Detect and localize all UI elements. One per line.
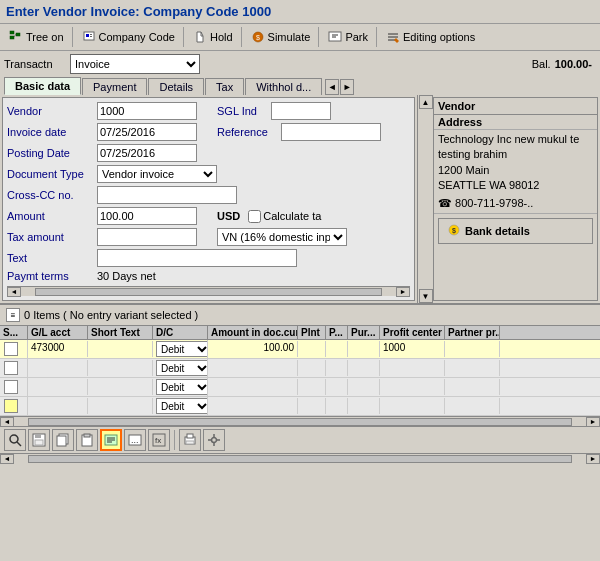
cross-cc-input[interactable] [97, 186, 237, 204]
park-button[interactable]: Park [323, 28, 372, 46]
tab-prev-button[interactable]: ◄ [325, 79, 339, 95]
row3-checkbox[interactable] [4, 380, 18, 394]
doc-type-label: Document Type [7, 168, 97, 180]
row1-partner [445, 341, 500, 357]
balance-label: Bal. [532, 58, 551, 70]
content-area: Vendor SGL Ind Invoice date Reference Po… [0, 95, 600, 303]
row3-gl-acct [28, 379, 88, 395]
search-button[interactable] [4, 429, 26, 451]
row4-pur [348, 398, 380, 414]
reference-label: Reference [217, 126, 277, 138]
table-scroll-right[interactable]: ► [586, 417, 600, 427]
svg-rect-23 [35, 434, 41, 438]
table-header-row: S... G/L acct Short Text D/C Amount in d… [0, 326, 600, 340]
table-scroll-left[interactable]: ◄ [0, 417, 14, 427]
paste-button[interactable] [76, 429, 98, 451]
svg-text:fx: fx [155, 436, 161, 445]
settings-button[interactable] [203, 429, 225, 451]
row2-dc-select[interactable]: DebitCredit [156, 360, 208, 376]
tab-navigation: ◄ ► [325, 79, 354, 95]
invoice-date-input[interactable] [97, 123, 197, 141]
paymt-terms-row: Paymt terms 30 Days net [7, 270, 410, 282]
cross-cc-row: Cross-CC no. [7, 186, 410, 204]
bottom-scroll-track [28, 455, 572, 463]
editing-options-button[interactable]: Editing options [381, 28, 479, 46]
tab-payment[interactable]: Payment [82, 78, 147, 95]
text-label: Text [7, 252, 97, 264]
reference-input[interactable] [281, 123, 381, 141]
simulate-button[interactable]: $ Simulate [246, 28, 315, 46]
edit-lines-button[interactable]: ... [124, 429, 146, 451]
hold-icon [192, 29, 208, 45]
items-header-text: 0 Items ( No entry variant selected ) [24, 309, 198, 321]
form-scroll-right[interactable]: ► [396, 287, 410, 297]
amount-label: Amount [7, 210, 97, 222]
bottom-scroll-left[interactable]: ◄ [0, 454, 14, 464]
row2-checkbox[interactable] [4, 361, 18, 375]
tab-withholding[interactable]: Withhol d... [245, 78, 322, 95]
svg-point-40 [212, 438, 217, 443]
row4-checkbox[interactable] [4, 399, 18, 413]
row1-dc-select[interactable]: DebitCredit [156, 341, 208, 357]
company-code-button[interactable]: Company Code [77, 28, 179, 46]
scroll-down-button[interactable]: ▼ [419, 289, 433, 303]
form-scroll-left[interactable]: ◄ [7, 287, 21, 297]
active-button[interactable] [100, 429, 122, 451]
transaction-select[interactable]: Invoice Credit memo [70, 54, 200, 74]
vendor-label: Vendor [7, 105, 97, 117]
row3-dc-select[interactable]: DebitCredit [156, 379, 208, 395]
posting-date-input[interactable] [97, 144, 197, 162]
bottom-toolbar: ... fx [0, 426, 600, 453]
tab-next-button[interactable]: ► [340, 79, 354, 95]
row1-p [326, 341, 348, 357]
amount-input[interactable] [97, 207, 197, 225]
currency-label: USD [217, 210, 240, 222]
row1-checkbox-cell [0, 340, 28, 358]
bottom-scroll-right[interactable]: ► [586, 454, 600, 464]
copy-button[interactable] [52, 429, 74, 451]
form-horiz-scroll: ◄ ► [7, 286, 410, 296]
table-row: DebitCredit [0, 359, 600, 378]
tree-on-button[interactable]: Tree on [4, 28, 68, 46]
print-button[interactable] [179, 429, 201, 451]
row1-checkbox[interactable] [4, 342, 18, 356]
svg-rect-1 [10, 36, 14, 39]
items-header-icon: ≡ [6, 308, 20, 322]
svg-rect-5 [86, 34, 89, 37]
tax-amount-input[interactable] [97, 228, 197, 246]
vn-select[interactable]: VN (16% domestic inpu... [217, 228, 347, 246]
tab-tax[interactable]: Tax [205, 78, 244, 95]
tab-details[interactable]: Details [148, 78, 204, 95]
col-hdr-s: S... [0, 326, 28, 339]
text-input[interactable] [97, 249, 297, 267]
tab-basic-data[interactable]: Basic data [4, 77, 81, 95]
paymt-terms-value: 30 Days net [97, 270, 156, 282]
bank-details-button[interactable]: $ Bank details [438, 218, 593, 244]
hold-label: Hold [210, 31, 233, 43]
sgl-ind-input[interactable] [271, 102, 331, 120]
separator-3 [241, 27, 242, 47]
company-code-icon [81, 29, 97, 45]
row2-dc: DebitCredit [153, 359, 208, 377]
row4-gl-acct [28, 398, 88, 414]
vendor-phone: ☎ 800-711-9798-.. [438, 196, 593, 211]
vendor-input[interactable] [97, 102, 197, 120]
vn-group: VN (16% domestic inpu... [217, 228, 347, 246]
form-scroll-track [35, 288, 382, 296]
scroll-up-button[interactable]: ▲ [419, 95, 433, 109]
paymt-terms-label: Paymt terms [7, 270, 97, 282]
doc-type-select[interactable]: Vendor invoice [97, 165, 217, 183]
save-button[interactable] [28, 429, 50, 451]
col-hdr-pur: Pur... [348, 326, 380, 339]
col-hdr-dc: D/C [153, 326, 208, 339]
separator-1 [72, 27, 73, 47]
row3-p [326, 379, 348, 395]
calculate-tax-checkbox[interactable] [248, 210, 261, 223]
row2-p [326, 360, 348, 376]
items-section: ≡ 0 Items ( No entry variant selected ) … [0, 303, 600, 426]
row4-dc-select[interactable]: DebitCredit [156, 398, 208, 414]
row4-p [326, 398, 348, 414]
function-button[interactable]: fx [148, 429, 170, 451]
hold-button[interactable]: Hold [188, 28, 237, 46]
table-row: DebitCredit [0, 378, 600, 397]
